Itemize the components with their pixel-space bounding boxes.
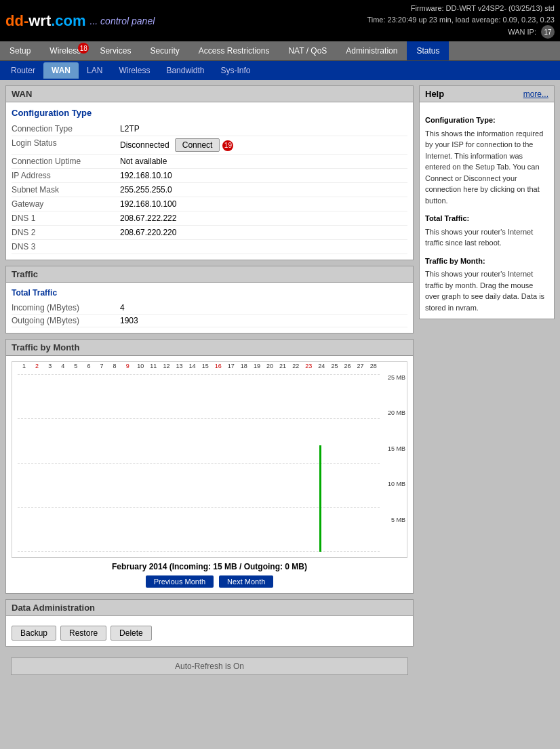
chart-bar-group: [263, 374, 276, 552]
chart-x-label: 21: [277, 362, 289, 369]
chart-x-label: 18: [237, 362, 250, 369]
backup-button[interactable]: Backup: [12, 626, 56, 641]
wan-field-label: Connection Type: [12, 124, 120, 134]
restore-button[interactable]: Restore: [60, 626, 106, 641]
traffic-row: Incoming (MBytes)4: [12, 302, 407, 315]
total-traffic-title: Total Traffic: [12, 288, 407, 298]
traffic-rows: Incoming (MBytes)4Outgoing (MBytes)1903: [12, 302, 407, 327]
wan-ip-line: WAN IP: 17: [367, 25, 555, 39]
chart-bar-group: [315, 374, 328, 552]
chart-caption: February 2014 (Incoming: 15 MB / Outgoin…: [12, 562, 407, 571]
content-wrapper: WAN Configuration Type Connection TypeL2…: [0, 80, 560, 686]
chart-x-label: 26: [341, 362, 354, 369]
chart-x-label: 22: [289, 362, 302, 369]
logo: dd-wrt.com: [5, 12, 86, 30]
chart-x-label: 14: [186, 362, 199, 369]
sub-nav-item-lan[interactable]: LAN: [79, 62, 111, 79]
chart-bar-group: [212, 374, 224, 552]
chart-x-label: 13: [173, 362, 186, 369]
chart-y-label: 25 MB: [388, 374, 405, 381]
chart-bars: [18, 374, 380, 552]
main-nav-item-nat-qos[interactable]: NAT / QoS: [279, 41, 336, 60]
main-nav-item-access-restrictions[interactable]: Access Restrictions: [189, 41, 279, 60]
wan-field-label: DNS 2: [12, 228, 120, 237]
chart-container: 1234567891011121314151617181920212223242…: [6, 356, 413, 593]
connect-badge: 19: [222, 140, 233, 151]
connect-button[interactable]: Connect: [175, 138, 220, 152]
chart-x-label: 12: [160, 362, 173, 369]
help-section-text: This shows your router's Internet traffi…: [425, 268, 548, 313]
wan-field-row: Gateway192.168.10.100: [12, 197, 407, 211]
wan-field-value: 208.67.220.220: [120, 228, 176, 237]
help-more-link[interactable]: more...: [523, 89, 548, 99]
sub-nav-item-wireless[interactable]: Wireless: [111, 62, 158, 79]
chart-bar-group: [82, 374, 95, 552]
chart-bar-group: [237, 374, 250, 552]
auto-refresh: Auto-Refresh is On: [11, 657, 408, 675]
wan-fields: Connection TypeL2TPLogin StatusDisconnec…: [12, 122, 407, 254]
chart-x-label: 2: [31, 362, 43, 369]
next-month-button[interactable]: Next Month: [219, 575, 273, 588]
main-nav-item-status[interactable]: Status: [407, 41, 449, 60]
header: dd-wrt.com ... control panel Firmware: D…: [0, 0, 560, 41]
logo-com: .com: [51, 12, 85, 29]
chart-x-label: 11: [147, 362, 160, 369]
chart-x-label: 7: [95, 362, 108, 369]
firmware-info: Firmware: DD-WRT v24SP2- (03/25/13) std …: [367, 3, 555, 39]
wan-field-value: 192.168.10.100: [120, 199, 176, 209]
traffic-section: Traffic Total Traffic Incoming (MBytes)4…: [5, 266, 414, 333]
delete-button[interactable]: Delete: [111, 626, 152, 641]
auto-refresh-button[interactable]: Auto-Refresh is On: [11, 657, 408, 675]
sub-nav-item-router[interactable]: Router: [3, 62, 43, 79]
sub-nav-item-wan[interactable]: WAN: [43, 62, 79, 79]
main-nav: SetupWireless18ServicesSecurityAccess Re…: [0, 41, 560, 61]
wan-field-row: DNS 1208.67.222.222: [12, 211, 407, 226]
traffic-row-label: Incoming (MBytes): [12, 303, 120, 312]
chart-bar-outgoing: [319, 445, 321, 552]
main-nav-item-administration[interactable]: Administration: [336, 41, 407, 60]
wan-ip-badge: 17: [541, 25, 555, 39]
chart-x-label: 24: [315, 362, 328, 369]
chart-bar-group: [121, 374, 134, 552]
help-section-title: Configuration Type:: [425, 115, 548, 126]
chart-bar-group: [250, 374, 263, 552]
main-nav-item-services[interactable]: Services: [90, 41, 140, 60]
traffic-section-header: Traffic: [6, 266, 413, 283]
prev-month-button[interactable]: Previous Month: [146, 575, 214, 588]
help-box: Help more... Configuration Type:This sho…: [419, 85, 555, 319]
main-nav-item-security[interactable]: Security: [140, 41, 188, 60]
main-content: WAN Configuration Type Connection TypeL2…: [5, 85, 414, 681]
data-admin-section: Data Administration Backup Restore Delet…: [5, 599, 414, 647]
control-panel-text: ... control panel: [90, 16, 155, 26]
chart-bar-group: [289, 374, 302, 552]
chart-bar-group: [147, 374, 160, 552]
wan-field-row: Connection UptimeNot available: [12, 155, 407, 169]
chart-bar-group: [277, 374, 289, 552]
config-type-title: Configuration Type: [12, 108, 407, 118]
wan-field-value: Not available: [120, 157, 167, 166]
main-nav-item-setup[interactable]: Setup: [0, 41, 40, 60]
traffic-content: Total Traffic Incoming (MBytes)4Outgoing…: [6, 283, 413, 333]
wan-field-label: Connection Uptime: [12, 157, 120, 166]
sub-nav-item-sys-info[interactable]: Sys-Info: [212, 62, 258, 79]
chart-bar-group: [354, 374, 367, 552]
wan-config-table: Configuration Type Connection TypeL2TPLo…: [6, 102, 413, 260]
wan-field-label: Gateway: [12, 199, 120, 209]
chart-y-label: 5 MB: [388, 517, 405, 523]
chart-buttons: Previous Month Next Month: [12, 575, 407, 588]
wan-field-value: 208.67.222.222: [120, 214, 176, 223]
wan-section: WAN Configuration Type Connection TypeL2…: [5, 85, 414, 260]
logo-dd: dd-: [5, 12, 28, 29]
chart-x-label: 20: [263, 362, 276, 369]
chart-y-label: 20 MB: [388, 409, 405, 416]
wan-field-row: DNS 3: [12, 240, 407, 254]
chart-x-label: 17: [224, 362, 237, 369]
data-admin-header: Data Administration: [6, 600, 413, 616]
chart-bar-group: [199, 374, 212, 552]
chart-x-label: 4: [56, 362, 69, 369]
sub-nav-item-bandwidth[interactable]: Bandwidth: [158, 62, 212, 79]
chart-bar-group: [224, 374, 237, 552]
chart-bar-group: [56, 374, 69, 552]
chart-x-label: 15: [199, 362, 212, 369]
main-nav-item-wireless[interactable]: Wireless18: [40, 41, 90, 60]
